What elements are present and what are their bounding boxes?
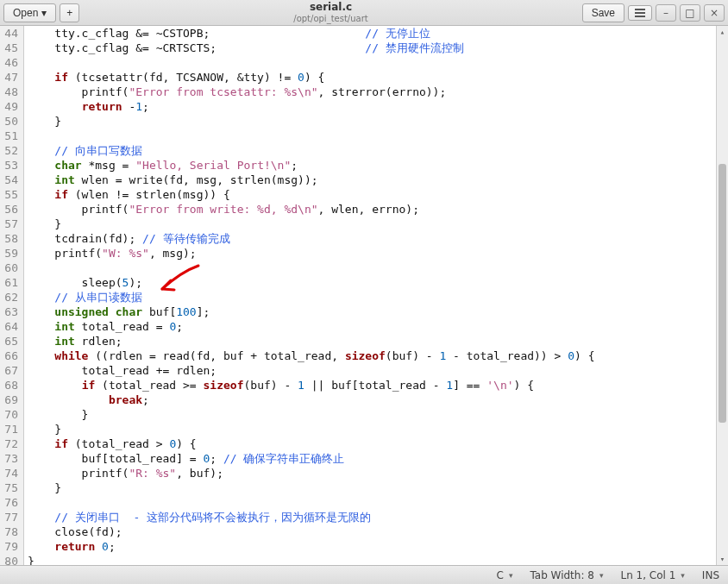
code-line[interactable]: // 向串口写数据 bbox=[28, 143, 728, 158]
token-plain: ; bbox=[109, 540, 116, 553]
code-line[interactable]: printf("W: %s", msg); bbox=[28, 246, 728, 261]
token-plain: printf( bbox=[28, 203, 129, 216]
token-plain: ((rdlen = read(fd, buf + total_read, bbox=[88, 349, 344, 362]
vertical-scrollbar[interactable]: ▴ ▾ bbox=[716, 26, 728, 565]
code-line[interactable]: } bbox=[28, 114, 728, 129]
open-button[interactable]: Open ▾ bbox=[3, 3, 56, 22]
code-line[interactable]: } bbox=[28, 407, 728, 422]
token-plain: ; bbox=[142, 393, 149, 406]
title-bar: Open ▾ + serial.c /opt/opi_test/uart Sav… bbox=[0, 0, 728, 26]
token-kw: if bbox=[54, 437, 68, 450]
close-icon: × bbox=[710, 7, 719, 19]
code-line[interactable]: close(fd); bbox=[28, 524, 728, 539]
maximize-button[interactable]: □ bbox=[680, 4, 700, 22]
token-plain bbox=[28, 349, 54, 362]
token-kw: return bbox=[54, 540, 95, 553]
token-cmt: // 等待传输完成 bbox=[142, 232, 229, 245]
token-kw: break bbox=[109, 393, 142, 406]
code-line[interactable] bbox=[28, 129, 728, 143]
code-line[interactable] bbox=[28, 55, 728, 70]
insert-mode-indicator[interactable]: INS bbox=[702, 569, 719, 581]
token-plain bbox=[28, 144, 54, 157]
token-plain: total_read += rdlen; bbox=[28, 364, 217, 377]
token-num: 100 bbox=[176, 305, 196, 318]
token-kw2: int bbox=[54, 335, 74, 348]
token-plain bbox=[28, 393, 109, 406]
tab-width-label: Tab Width: 8 bbox=[530, 569, 593, 581]
token-plain: (tcsetattr(fd, TCSANOW, &tty) != bbox=[68, 71, 298, 84]
window-controls: – □ × bbox=[656, 4, 725, 22]
token-plain bbox=[109, 305, 116, 318]
code-line[interactable]: // 关闭串口 - 这部分代码将不会被执行，因为循环是无限的 bbox=[28, 510, 728, 524]
code-line[interactable]: int rdlen; bbox=[28, 334, 728, 349]
token-plain bbox=[28, 188, 54, 201]
code-line[interactable] bbox=[28, 261, 728, 275]
code-line[interactable]: printf("R: %s", buf); bbox=[28, 466, 728, 480]
code-line[interactable]: total_read += rdlen; bbox=[28, 363, 728, 378]
minimize-button[interactable]: – bbox=[656, 4, 676, 22]
code-line[interactable]: if (wlen != strlen(msg)) { bbox=[28, 187, 728, 202]
code-line[interactable]: return -1; bbox=[28, 99, 728, 114]
code-line[interactable]: tcdrain(fd); // 等待传输完成 bbox=[28, 231, 728, 246]
token-plain bbox=[28, 71, 54, 84]
code-line[interactable]: int total_read = 0; bbox=[28, 319, 728, 334]
token-plain: tty.c_cflag &= ~CRTSCTS; bbox=[28, 41, 365, 54]
token-plain: ; bbox=[142, 100, 149, 113]
code-line[interactable]: buf[total_read] = 0; // 确保字符串正确终止 bbox=[28, 451, 728, 466]
code-line[interactable]: if (total_read > 0) { bbox=[28, 436, 728, 451]
scroll-up-button[interactable]: ▴ bbox=[717, 26, 728, 38]
tab-width-selector[interactable]: Tab Width: 8 bbox=[530, 569, 603, 581]
token-kw: sizeof bbox=[204, 379, 244, 392]
code-line[interactable]: char *msg = "Hello, Serial Port!\n"; bbox=[28, 158, 728, 173]
token-plain: printf( bbox=[28, 467, 129, 480]
code-line[interactable]: } bbox=[28, 422, 728, 436]
code-line[interactable]: tty.c_cflag &= ~CSTOPB; // 无停止位 bbox=[28, 26, 728, 41]
scroll-down-button[interactable]: ▾ bbox=[717, 553, 728, 565]
token-cmt: // 确保字符串正确终止 bbox=[223, 452, 344, 465]
token-kw: if bbox=[54, 188, 68, 201]
code-line[interactable]: printf("Error from write: %d, %d\n", wle… bbox=[28, 202, 728, 217]
token-plain: buf[ bbox=[142, 305, 176, 318]
token-num: 1 bbox=[298, 379, 304, 392]
save-button[interactable]: Save bbox=[582, 3, 624, 22]
plus-icon: + bbox=[66, 7, 72, 19]
code-line[interactable]: if (total_read >= sizeof(buf) - 1 || buf… bbox=[28, 378, 728, 392]
token-plain bbox=[28, 159, 54, 172]
code-line[interactable]: // 从串口读数据 bbox=[28, 290, 728, 305]
code-line[interactable]: } bbox=[28, 480, 728, 495]
save-button-label: Save bbox=[592, 7, 615, 19]
token-plain: ); bbox=[129, 276, 142, 289]
close-button[interactable]: × bbox=[704, 4, 725, 22]
token-kw: if bbox=[54, 71, 68, 84]
cursor-position[interactable]: Ln 1, Col 1 bbox=[620, 569, 684, 581]
code-line[interactable]: return 0; bbox=[28, 539, 728, 554]
code-line[interactable]: } bbox=[28, 217, 728, 231]
token-plain bbox=[28, 305, 54, 318]
hamburger-menu-button[interactable] bbox=[628, 5, 652, 21]
code-line[interactable] bbox=[28, 495, 728, 510]
code-line[interactable]: int wlen = write(fd, msg, strlen(msg)); bbox=[28, 173, 728, 187]
code-line[interactable]: if (tcsetattr(fd, TCSANOW, &tty) != 0) { bbox=[28, 70, 728, 85]
scrollbar-thumb[interactable] bbox=[719, 164, 726, 423]
token-plain bbox=[28, 100, 82, 113]
token-plain: } bbox=[28, 408, 88, 421]
token-plain: , wlen, errno); bbox=[318, 203, 419, 216]
code-line[interactable]: while ((rdlen = read(fd, buf + total_rea… bbox=[28, 349, 728, 363]
token-plain: ) { bbox=[176, 437, 196, 450]
code-pane[interactable]: tty.c_cflag &= ~CSTOPB; // 无停止位 tty.c_cf… bbox=[24, 26, 728, 565]
code-line[interactable]: unsigned char buf[100]; bbox=[28, 305, 728, 319]
new-tab-button[interactable]: + bbox=[60, 3, 79, 22]
language-label: C bbox=[497, 569, 504, 581]
code-line[interactable]: printf("Error from tcsetattr: %s\n", str… bbox=[28, 85, 728, 99]
token-plain: close(fd); bbox=[28, 525, 122, 538]
code-line[interactable]: tty.c_cflag &= ~CRTSCTS; // 禁用硬件流控制 bbox=[28, 41, 728, 55]
language-selector[interactable]: C bbox=[497, 569, 513, 581]
code-line[interactable]: sleep(5); bbox=[28, 275, 728, 290]
token-plain: , msg); bbox=[149, 247, 197, 260]
code-line[interactable]: break; bbox=[28, 392, 728, 407]
token-plain: (total_read >= bbox=[95, 379, 203, 392]
token-plain bbox=[28, 437, 54, 450]
code-line[interactable]: } bbox=[28, 554, 728, 565]
token-plain: buf[total_read] = bbox=[28, 452, 204, 465]
token-cmt: // 关闭串口 - 这部分代码将不会被执行，因为循环是无限的 bbox=[54, 511, 371, 524]
